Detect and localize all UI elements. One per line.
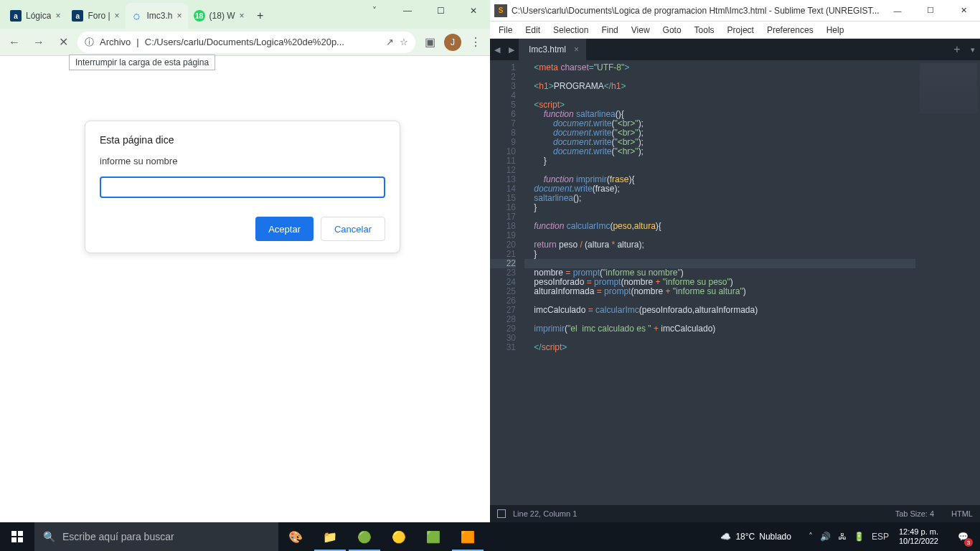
tray-volume-icon[interactable]: 🔊 — [820, 532, 831, 542]
taskbar-app-icon[interactable]: 🟩 — [416, 522, 451, 551]
bookmark-star-icon[interactable]: ☆ — [400, 37, 408, 47]
stop-reload-button[interactable]: ✕ — [53, 32, 73, 52]
tray-language[interactable]: ESP — [872, 532, 889, 542]
menu-tools[interactable]: Tools — [689, 24, 720, 37]
file-tab-imc3[interactable]: Imc3.html × — [519, 39, 586, 60]
chrome-window: a Lógica × a Foro | × ◌ Imc3.h × 18 (18)… — [0, 0, 490, 522]
close-tab-icon[interactable]: × — [55, 11, 60, 21]
favicon-alura-icon: a — [10, 10, 22, 22]
tab-label: Lógica — [26, 11, 51, 21]
back-button[interactable]: ← — [4, 32, 24, 52]
loading-spinner-icon: ◌ — [131, 10, 143, 22]
menu-selection[interactable]: Selection — [547, 24, 594, 37]
tray-battery-icon[interactable]: 🔋 — [854, 532, 864, 542]
taskbar-chrome-canary-icon[interactable]: 🟡 — [382, 522, 416, 551]
taskbar-weather[interactable]: ☁️ 18°C Nublado — [720, 532, 791, 542]
svg-rect-1 — [18, 531, 23, 536]
taskbar-news-icon[interactable]: 🎨 — [278, 522, 313, 551]
new-tab-button[interactable]: + — [250, 3, 270, 29]
profile-avatar[interactable]: J — [444, 34, 461, 51]
separator: | — [136, 37, 138, 47]
taskbar-explorer-icon[interactable]: 📁 — [313, 522, 347, 551]
taskbar-apps: 🎨 📁 🟢 🟡 🟩 🟧 — [278, 522, 485, 551]
tray-chevron-up-icon[interactable]: ˄ — [809, 532, 813, 542]
sublime-window-controls: — ☐ ✕ — [881, 0, 980, 22]
tab-nav-fwd-icon[interactable]: ▶ — [504, 39, 519, 60]
status-tabsize[interactable]: Tab Size: 4 — [895, 509, 934, 518]
tab-overflow-icon[interactable]: ▾ — [966, 39, 980, 60]
tab-whatsapp[interactable]: 18 (18) W × — [188, 3, 250, 29]
taskbar-chrome-icon[interactable]: 🟢 — [347, 522, 382, 551]
clock-date: 10/12/2022 — [899, 537, 938, 546]
minimize-button[interactable]: — — [391, 0, 424, 22]
address-bar[interactable]: ⓘ Archivo | C:/Users/carlu/Documents/Log… — [77, 32, 415, 53]
close-window-button[interactable]: ✕ — [947, 0, 980, 22]
weather-cond: Nublado — [759, 532, 791, 542]
maximize-button[interactable]: ☐ — [914, 0, 947, 22]
file-chip: Archivo — [100, 37, 131, 47]
js-prompt-dialog: Esta página dice informe su nombre Acept… — [85, 121, 400, 253]
menu-edit[interactable]: Edit — [519, 24, 546, 37]
svg-rect-2 — [11, 537, 17, 542]
sublime-window: S C:\Users\carlu\Documents\Logica de pro… — [490, 0, 980, 522]
search-placeholder: Escribe aquí para buscar — [62, 531, 174, 542]
stop-tooltip: Interrumpir la carga de esta página — [69, 55, 215, 70]
share-icon[interactable]: ↗ — [386, 37, 394, 47]
code-area[interactable]: <meta charset="UTF-8"> <h1>PROGRAMA</h1>… — [522, 60, 980, 505]
close-tab-icon[interactable]: × — [240, 11, 245, 21]
new-file-tab-button[interactable]: + — [948, 39, 966, 60]
menu-view[interactable]: View — [626, 24, 656, 37]
minimap[interactable] — [915, 60, 980, 505]
chrome-menu-button[interactable]: ⋮ — [466, 32, 486, 52]
tray-network-icon[interactable]: 🖧 — [838, 532, 847, 542]
menu-help[interactable]: Help — [821, 24, 850, 37]
minimize-button[interactable]: — — [881, 0, 914, 22]
close-tab-icon[interactable]: × — [177, 11, 182, 21]
cancel-button[interactable]: Cancelar — [321, 217, 385, 241]
system-tray: ˄ 🔊 🖧 🔋 ESP — [809, 532, 889, 542]
tabbar-spacer — [586, 39, 948, 60]
action-center-button[interactable]: 💬 3 — [948, 522, 977, 551]
tab-imc3[interactable]: ◌ Imc3.h × — [126, 3, 188, 29]
menu-project[interactable]: Project — [722, 24, 760, 37]
minimap-viewport — [920, 63, 977, 113]
status-panel-icon[interactable] — [497, 509, 506, 518]
tab-close-icon[interactable]: × — [574, 44, 579, 55]
forward-button[interactable]: → — [29, 32, 49, 52]
dialog-title: Esta página dice — [100, 134, 385, 146]
menu-preferences[interactable]: Preferences — [761, 24, 819, 37]
accept-button[interactable]: Aceptar — [255, 217, 314, 241]
caption-dropdown-icon[interactable]: ˅ — [358, 0, 391, 22]
menu-file[interactable]: File — [493, 24, 518, 37]
search-icon: 🔍 — [43, 531, 55, 542]
chrome-tabs: a Lógica × a Foro | × ◌ Imc3.h × 18 (18)… — [0, 3, 358, 29]
taskbar-search[interactable]: 🔍 Escribe aquí para buscar — [34, 522, 278, 551]
clock-time: 12:49 p. m. — [899, 527, 938, 537]
weather-temp: 18°C — [735, 532, 755, 542]
file-tab-label: Imc3.html — [529, 44, 566, 55]
menu-find[interactable]: Find — [595, 24, 623, 37]
maximize-button[interactable]: ☐ — [424, 0, 457, 22]
sublime-titlebar: S C:\Users\carlu\Documents\Logica de pro… — [490, 0, 980, 22]
taskbar-clock[interactable]: 12:49 p. m. 10/12/2022 — [899, 527, 938, 546]
windows-logo-icon — [11, 531, 23, 542]
menu-goto[interactable]: Goto — [657, 24, 687, 37]
start-button[interactable] — [0, 522, 34, 551]
tab-nav-back-icon[interactable]: ◀ — [490, 39, 504, 60]
taskbar-sublime-icon[interactable]: 🟧 — [451, 522, 485, 551]
editor-body: 1234567891011121314151617181920212223242… — [490, 60, 980, 505]
close-window-button[interactable]: ✕ — [457, 0, 490, 22]
status-syntax[interactable]: HTML — [951, 509, 973, 518]
prompt-input[interactable] — [100, 176, 385, 198]
close-tab-icon[interactable]: × — [115, 11, 120, 21]
line-gutter: 1234567891011121314151617181920212223242… — [490, 60, 522, 505]
site-info-icon[interactable]: ⓘ — [85, 36, 94, 49]
tab-foro[interactable]: a Foro | × — [66, 3, 125, 29]
svg-rect-3 — [18, 537, 23, 542]
weather-icon: ☁️ — [720, 532, 731, 542]
sublime-tabbar: ◀ ▶ Imc3.html × + ▾ — [490, 39, 980, 60]
tab-logica[interactable]: a Lógica × — [4, 3, 66, 29]
dialog-message: informe su nombre — [100, 156, 385, 166]
favicon-whatsapp-icon: 18 — [194, 10, 205, 22]
side-panel-icon[interactable]: ▣ — [420, 32, 440, 52]
